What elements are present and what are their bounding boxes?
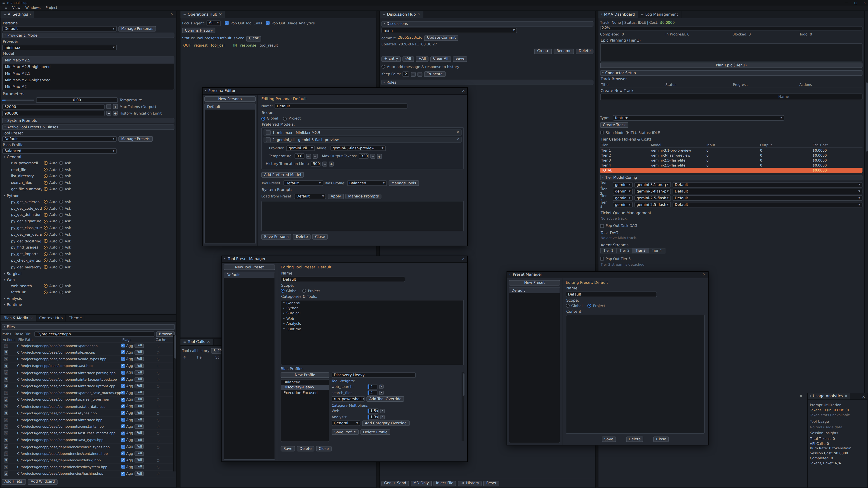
agg-checkbox[interactable]: ✓ [121, 364, 125, 368]
auto-radio[interactable] [43, 181, 48, 185]
reorder-button[interactable]: − [266, 137, 271, 142]
close-dialog-button[interactable]: Close [316, 446, 331, 452]
auto-radio[interactable] [43, 226, 48, 230]
comms-history-button[interactable]: Comms History [182, 28, 216, 33]
step-mode-checkbox[interactable] [600, 131, 604, 135]
ask-radio[interactable] [59, 168, 63, 171]
auto-radio[interactable] [43, 174, 48, 178]
tier-provider-select[interactable]: gemini▼ [613, 189, 633, 194]
save-profile-button[interactable]: Save Profile [332, 429, 359, 435]
persona-tool-preset-select[interactable]: Default▼ [283, 181, 323, 186]
ask-radio[interactable] [59, 239, 63, 243]
discussion-manage-button[interactable]: Rename [554, 48, 575, 54]
tab-tool-calls[interactable]: ≡ Tool Calls × [180, 339, 213, 345]
decrement-button[interactable]: − [106, 111, 111, 116]
increment-button[interactable]: + [329, 162, 334, 166]
reorder-button[interactable]: − [266, 130, 271, 135]
truncate-button[interactable]: Truncate [424, 71, 445, 77]
discussion-entry-button[interactable]: Save [453, 56, 467, 62]
minimize-icon[interactable]: — [845, 1, 848, 5]
remove-file-button[interactable]: x [4, 411, 8, 415]
full-button[interactable]: Full [134, 404, 144, 409]
remove-file-button[interactable]: x [4, 445, 8, 449]
tier-provider-select[interactable]: gemini▼ [613, 182, 633, 188]
tier-model-select[interactable]: gemini-2.5-flash-lite▼ [634, 202, 671, 207]
decrement-button[interactable]: − [411, 72, 416, 76]
persona-list-item[interactable]: Default [205, 104, 255, 109]
scope-global-radio[interactable] [566, 304, 569, 308]
files-scrollbar[interactable] [174, 335, 176, 471]
tab-theme[interactable]: Theme [66, 315, 85, 321]
full-button[interactable]: Full [134, 451, 144, 456]
max-tokens-input[interactable]: 32000 [2, 104, 105, 109]
agg-checkbox[interactable]: ✓ [121, 472, 125, 476]
tool-preset-list-item[interactable]: Default [224, 272, 275, 278]
delete-tool-preset-button[interactable]: Delete [297, 446, 314, 452]
auto-radio[interactable] [43, 168, 48, 171]
close-icon[interactable]: × [844, 394, 848, 398]
auto-radio[interactable] [43, 252, 48, 256]
remove-multiplier-button[interactable]: × [380, 415, 385, 420]
remove-file-button[interactable]: x [4, 431, 8, 435]
agg-checkbox[interactable]: ✓ [121, 465, 125, 469]
agg-checkbox[interactable]: ✓ [121, 357, 125, 361]
full-button[interactable]: Full [134, 438, 144, 442]
decrement-button[interactable]: − [306, 154, 311, 159]
full-button[interactable]: Full [134, 391, 144, 395]
full-button[interactable]: Full [134, 344, 144, 348]
manage-personas-button[interactable]: Manage Personas [119, 26, 156, 32]
auto-radio[interactable] [43, 219, 48, 223]
manage-presets-button[interactable]: Manage Presets [119, 136, 153, 142]
add-tool-override-button[interactable]: Add Tool Override [366, 396, 404, 402]
remove-file-button[interactable]: x [4, 350, 8, 355]
model-option[interactable]: MiniMax-M2.1 [3, 70, 174, 77]
close-icon[interactable]: × [462, 257, 465, 261]
group-analysis[interactable]: ▾ Analysis [2, 296, 175, 302]
remove-file-button[interactable]: x [4, 451, 8, 456]
tier-preset-select[interactable]: Default▼ [673, 182, 863, 188]
category-override-select[interactable]: General▼ [332, 421, 360, 426]
ask-radio[interactable] [59, 206, 63, 210]
ask-radio[interactable] [59, 226, 63, 230]
tab-files-media[interactable]: Files & Media × [0, 315, 36, 321]
remove-file-button[interactable]: x [4, 418, 8, 422]
agg-checkbox[interactable]: ✓ [121, 445, 125, 449]
maximize-icon[interactable]: □ [854, 1, 857, 5]
create-track-button[interactable]: Create Track [600, 123, 629, 128]
category-item[interactable]: ▸ Web [281, 316, 463, 321]
remove-weight-button[interactable]: × [379, 385, 384, 389]
discussions-header[interactable]: ▾ Discussions [381, 21, 593, 26]
increment-button[interactable]: + [113, 111, 118, 116]
profile-name-input[interactable]: Discovery-Heavy [332, 372, 416, 378]
agg-checkbox[interactable]: ✓ [121, 370, 125, 375]
update-commit-button[interactable]: Update Commit [424, 35, 459, 41]
remove-file-button[interactable]: x [4, 458, 8, 462]
auto-radio[interactable] [43, 284, 48, 288]
model-option[interactable]: MiniMax-M2 [3, 84, 174, 90]
ask-radio[interactable] [59, 290, 63, 294]
remove-file-button[interactable]: x [4, 363, 8, 368]
full-button[interactable]: Full [134, 411, 144, 415]
agg-checkbox[interactable]: ✓ [121, 418, 125, 422]
preset-manager-titlebar[interactable]: ▾ Preset Manager × [507, 271, 708, 278]
conductor-setup-header[interactable]: ▾ Conductor Setup [600, 70, 863, 76]
remove-file-button[interactable]: x [4, 397, 8, 402]
auto-radio[interactable] [43, 246, 48, 250]
new-profile-button[interactable]: New Profile [281, 372, 330, 378]
pop-out-tier3-checkbox[interactable]: ✓ [600, 257, 604, 261]
full-button[interactable]: Full [134, 424, 144, 429]
agg-checkbox[interactable]: ✓ [121, 377, 125, 381]
auto-radio[interactable] [43, 161, 48, 165]
discussion-bottom-button[interactable]: -> History [458, 481, 482, 486]
scope-global-radio[interactable] [261, 117, 265, 121]
agg-checkbox[interactable]: ✓ [121, 391, 125, 395]
new-preset-button[interactable]: New Preset [509, 280, 560, 285]
weight-input[interactable]: 4 [368, 384, 377, 389]
increment-button[interactable]: + [377, 154, 382, 159]
tier-model-select[interactable]: gemini-3.1-pro-preview▼ [634, 182, 671, 188]
new-tool-preset-button[interactable]: New Tool Preset [223, 265, 275, 270]
pref-model-select[interactable]: gemini-3-flash-preview▼ [330, 146, 385, 151]
ask-radio[interactable] [59, 213, 63, 217]
remove-file-button[interactable]: x [4, 384, 8, 388]
agg-checkbox[interactable]: ✓ [121, 350, 125, 354]
